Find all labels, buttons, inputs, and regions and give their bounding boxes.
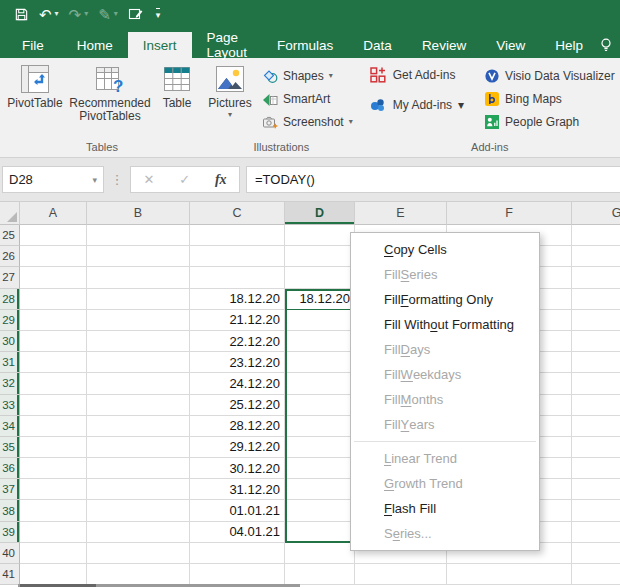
row-header-37[interactable]: 37 bbox=[0, 479, 20, 500]
cell-A26[interactable] bbox=[20, 246, 87, 267]
tab-home[interactable]: Home bbox=[62, 32, 128, 58]
cell-D30[interactable] bbox=[285, 331, 355, 352]
cell-D28[interactable]: 18.12.20 bbox=[285, 289, 355, 310]
column-header-D[interactable]: D bbox=[285, 202, 355, 225]
undo-button[interactable]: ↶ ▾ bbox=[35, 3, 63, 25]
cell-A40[interactable] bbox=[20, 543, 87, 564]
confirm-entry-icon[interactable]: ✓ bbox=[179, 172, 190, 187]
pictures-button[interactable]: Pictures ▾ bbox=[204, 58, 256, 119]
cell-A30[interactable] bbox=[20, 331, 87, 352]
draw-button[interactable]: ✎ ▾ bbox=[94, 3, 122, 25]
cell-C38[interactable]: 01.01.21 bbox=[190, 500, 285, 521]
cell-G32[interactable] bbox=[572, 373, 620, 394]
pivottable-button[interactable]: PivotTable bbox=[5, 58, 65, 110]
bing-maps-button[interactable]: Bing Maps bbox=[478, 87, 620, 110]
visio-data-visualizer-button[interactable]: Visio Data Visualizer bbox=[478, 64, 620, 87]
row-header-39[interactable]: 39 bbox=[0, 522, 20, 543]
chevron-down-icon[interactable]: ▾ bbox=[84, 10, 88, 18]
row-header-27[interactable]: 27 bbox=[0, 267, 20, 288]
shapes-button[interactable]: Shapes ▾ bbox=[256, 64, 359, 87]
screenshot-button[interactable]: Screenshot ▾ bbox=[256, 110, 359, 133]
row-header-29[interactable]: 29 bbox=[0, 310, 20, 331]
save-button[interactable] bbox=[10, 3, 33, 25]
cell-G31[interactable] bbox=[572, 352, 620, 373]
cell-A32[interactable] bbox=[20, 373, 87, 394]
row-header-34[interactable]: 34 bbox=[0, 416, 20, 437]
row-header-38[interactable]: 38 bbox=[0, 500, 20, 521]
tab-review[interactable]: Review bbox=[407, 32, 481, 58]
cell-G26[interactable] bbox=[572, 246, 620, 267]
cell-G38[interactable] bbox=[572, 500, 620, 521]
people-graph-button[interactable]: People Graph bbox=[478, 110, 620, 133]
tab-view[interactable]: View bbox=[481, 32, 540, 58]
cell-C26[interactable] bbox=[190, 246, 285, 267]
recommended-pivottables-button[interactable]: ? Recommended PivotTables bbox=[65, 58, 155, 123]
tab-formulas[interactable]: Formulas bbox=[262, 32, 348, 58]
cell-G30[interactable] bbox=[572, 331, 620, 352]
cell-D41[interactable] bbox=[285, 564, 355, 585]
cell-A29[interactable] bbox=[20, 310, 87, 331]
chevron-down-icon[interactable]: ▾ bbox=[92, 175, 97, 185]
row-header-33[interactable]: 33 bbox=[0, 395, 20, 416]
insert-function-icon[interactable]: fx bbox=[215, 172, 227, 188]
tab-insert[interactable]: Insert bbox=[128, 32, 192, 58]
cell-D40[interactable] bbox=[285, 543, 355, 564]
table-button[interactable]: Table bbox=[155, 58, 199, 110]
menu-item-fill-formatting-only[interactable]: Fill Formatting Only bbox=[351, 287, 539, 312]
chevron-down-icon[interactable]: ▾ bbox=[55, 10, 59, 18]
column-header-G[interactable]: G bbox=[572, 202, 620, 225]
row-header-41[interactable]: 41 bbox=[0, 564, 20, 585]
cell-D39[interactable] bbox=[285, 522, 355, 543]
cell-B31[interactable] bbox=[87, 352, 190, 373]
cell-B41[interactable] bbox=[87, 564, 190, 585]
cell-C39[interactable]: 04.01.21 bbox=[190, 522, 285, 543]
tab-file[interactable]: File bbox=[4, 32, 62, 58]
cell-D32[interactable] bbox=[285, 373, 355, 394]
cell-B28[interactable] bbox=[87, 289, 190, 310]
cell-D25[interactable] bbox=[285, 225, 355, 246]
tab-page-layout[interactable]: Page Layout bbox=[192, 32, 263, 58]
smartart-button[interactable]: SmartArt bbox=[256, 87, 359, 110]
row-header-40[interactable]: 40 bbox=[0, 543, 20, 564]
cell-A27[interactable] bbox=[20, 267, 87, 288]
cell-D29[interactable] bbox=[285, 310, 355, 331]
cell-B40[interactable] bbox=[87, 543, 190, 564]
cell-D31[interactable] bbox=[285, 352, 355, 373]
cell-C28[interactable]: 18.12.20 bbox=[190, 289, 285, 310]
row-header-35[interactable]: 35 bbox=[0, 437, 20, 458]
cell-C40[interactable] bbox=[190, 543, 285, 564]
cell-A25[interactable] bbox=[20, 225, 87, 246]
cell-B26[interactable] bbox=[87, 246, 190, 267]
cell-D33[interactable] bbox=[285, 395, 355, 416]
cell-G27[interactable] bbox=[572, 267, 620, 288]
row-header-31[interactable]: 31 bbox=[0, 352, 20, 373]
cell-C30[interactable]: 22.12.20 bbox=[190, 331, 285, 352]
cell-B36[interactable] bbox=[87, 458, 190, 479]
cell-A31[interactable] bbox=[20, 352, 87, 373]
tab-data[interactable]: Data bbox=[348, 32, 407, 58]
column-header-B[interactable]: B bbox=[87, 202, 190, 225]
cell-B37[interactable] bbox=[87, 479, 190, 500]
menu-item-flash-fill[interactable]: Flash Fill bbox=[351, 496, 539, 521]
cell-G29[interactable] bbox=[572, 310, 620, 331]
cell-G25[interactable] bbox=[572, 225, 620, 246]
cell-D34[interactable] bbox=[285, 416, 355, 437]
column-header-A[interactable]: A bbox=[20, 202, 87, 225]
chevron-down-icon[interactable]: ▾ bbox=[114, 10, 118, 18]
cell-B38[interactable] bbox=[87, 500, 190, 521]
customize-qat-button[interactable]: ▾ bbox=[156, 8, 161, 20]
cell-C33[interactable]: 25.12.20 bbox=[190, 395, 285, 416]
cell-A39[interactable] bbox=[20, 522, 87, 543]
cell-D36[interactable] bbox=[285, 458, 355, 479]
cell-G37[interactable] bbox=[572, 479, 620, 500]
cell-A33[interactable] bbox=[20, 395, 87, 416]
tell-me-button[interactable] bbox=[598, 32, 614, 58]
row-header-32[interactable]: 32 bbox=[0, 373, 20, 394]
row-header-30[interactable]: 30 bbox=[0, 331, 20, 352]
cell-G35[interactable] bbox=[572, 437, 620, 458]
cell-C27[interactable] bbox=[190, 267, 285, 288]
cell-A35[interactable] bbox=[20, 437, 87, 458]
cell-G39[interactable] bbox=[572, 522, 620, 543]
cell-D27[interactable] bbox=[285, 267, 355, 288]
cell-C32[interactable]: 24.12.20 bbox=[190, 373, 285, 394]
